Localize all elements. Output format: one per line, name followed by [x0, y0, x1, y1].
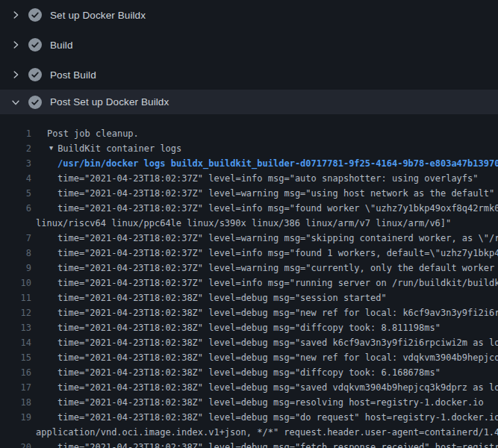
check-circle-icon: [28, 38, 42, 52]
line-number[interactable]: 14: [0, 335, 31, 350]
step-label: Post Build: [50, 69, 96, 81]
log-text: /usr/bin/docker logs buildx_buildkit_bui…: [57, 156, 498, 171]
log-line: 7 time="2021-04-23T18:02:37Z" level=warn…: [0, 231, 498, 246]
line-number[interactable]: 13: [0, 320, 31, 335]
log-text: time="2021-04-23T18:02:37Z" level=warnin…: [57, 231, 498, 246]
log-line: 3 /usr/bin/docker logs buildx_buildkit_b…: [0, 156, 498, 171]
log-line: 12 time="2021-04-23T18:02:38Z" level=deb…: [0, 305, 498, 320]
check-circle-icon: [28, 8, 42, 22]
step-header-set-up-docker-buildx[interactable]: Set up Docker Buildx: [0, 0, 498, 30]
line-number[interactable]: 5: [0, 186, 31, 201]
step-header-post-set-up-docker-buildx[interactable]: Post Set up Docker Buildx: [0, 90, 498, 114]
line-number[interactable]: 15: [0, 350, 31, 365]
step-label: Set up Docker Buildx: [50, 10, 146, 21]
log-line: 15 time="2021-04-23T18:02:38Z" level=deb…: [0, 350, 498, 365]
log-text: application/vnd.oci.image.index.v1+json,…: [36, 425, 498, 440]
log-group-toggle[interactable]: 2 ▼ BuildKit container logs: [0, 141, 498, 156]
step-label: Build: [50, 40, 73, 51]
log-text: time="2021-04-23T18:02:38Z" level=debug …: [57, 380, 498, 395]
log-line: 13 time="2021-04-23T18:02:38Z" level=deb…: [0, 320, 498, 335]
line-number[interactable]: 7: [0, 231, 31, 246]
log-text: time="2021-04-23T18:02:38Z" level=debug …: [57, 335, 498, 350]
chevron-right-icon: [10, 69, 21, 80]
check-circle-icon: [28, 68, 42, 81]
log-line: 4 time="2021-04-23T18:02:37Z" level=info…: [0, 171, 498, 186]
log-text: time="2021-04-23T18:02:38Z" level=debug …: [57, 395, 484, 410]
log-text: time="2021-04-23T18:02:37Z" level=info m…: [57, 171, 479, 186]
line-number[interactable]: 11: [0, 290, 31, 305]
log-text: BuildKit container logs: [57, 141, 181, 156]
log-text: time="2021-04-23T18:02:37Z" level=warnin…: [57, 186, 494, 201]
log-line: 18 time="2021-04-23T18:02:38Z" level=deb…: [0, 395, 498, 410]
line-number[interactable]: 19: [0, 410, 31, 425]
log-text: time="2021-04-23T18:02:38Z" level=debug …: [57, 320, 441, 335]
log-line: 6 time="2021-04-23T18:02:37Z" level=info…: [0, 201, 498, 216]
line-number[interactable]: 20: [0, 440, 31, 448]
log-line: 10 time="2021-04-23T18:02:37Z" level=inf…: [0, 276, 498, 290]
chevron-right-icon: [10, 10, 21, 20]
step-list: Set up Docker Buildx Build: [0, 0, 498, 114]
triangle-down-icon: ▼: [49, 141, 53, 155]
log-line: application/vnd.oci.image.index.v1+json,…: [0, 425, 498, 440]
log-line: 17 time="2021-04-23T18:02:38Z" level=deb…: [0, 380, 498, 395]
line-number[interactable]: 18: [0, 395, 31, 410]
log-line: 5 time="2021-04-23T18:02:37Z" level=warn…: [0, 186, 498, 201]
line-number[interactable]: 10: [0, 276, 31, 290]
log-line: 11 time="2021-04-23T18:02:38Z" level=deb…: [0, 290, 498, 305]
log-text: time="2021-04-23T18:02:38Z" level=debug …: [57, 305, 498, 320]
log-area: 1 Post job cleanup. 2 ▼ BuildKit contain…: [0, 114, 498, 448]
step-header-post-build[interactable]: Post Build: [0, 60, 498, 90]
log-text: time="2021-04-23T18:02:37Z" level=info m…: [57, 276, 498, 290]
line-number[interactable]: 12: [0, 305, 31, 320]
log-text: linux/riscv64 linux/ppc64le linux/s390x …: [36, 216, 451, 231]
log-line: 16 time="2021-04-23T18:02:38Z" level=deb…: [0, 365, 498, 380]
log-text: time="2021-04-23T18:02:38Z" level=debug …: [57, 365, 441, 380]
line-number[interactable]: 2: [0, 141, 31, 156]
line-number[interactable]: 9: [0, 261, 31, 276]
line-number[interactable]: 8: [0, 246, 31, 261]
log-text: time="2021-04-23T18:02:37Z" level=info m…: [57, 246, 498, 261]
log-line: 8 time="2021-04-23T18:02:37Z" level=info…: [0, 246, 498, 261]
log-line: 1 Post job cleanup.: [0, 126, 498, 141]
line-number[interactable]: 16: [0, 365, 31, 380]
log-line: 9 time="2021-04-23T18:02:37Z" level=warn…: [0, 261, 498, 276]
line-number[interactable]: 1: [0, 126, 31, 141]
log-text: time="2021-04-23T18:02:37Z" level=info m…: [57, 201, 498, 216]
chevron-down-icon: [10, 97, 21, 108]
log-line: 14 time="2021-04-23T18:02:38Z" level=deb…: [0, 335, 498, 350]
step-header-build[interactable]: Build: [0, 30, 498, 60]
line-number[interactable]: 3: [0, 156, 31, 171]
check-circle-icon: [28, 96, 42, 109]
actions-log-viewer: Set up Docker Buildx Build: [0, 0, 498, 448]
log-text: time="2021-04-23T18:02:38Z" level=debug …: [57, 440, 498, 448]
log-text: Post job cleanup.: [47, 126, 139, 141]
log-text: time="2021-04-23T18:02:37Z" level=warnin…: [57, 261, 498, 276]
log-line: linux/riscv64 linux/ppc64le linux/s390x …: [0, 216, 498, 231]
step-label: Post Set up Docker Buildx: [50, 96, 169, 108]
line-number[interactable]: 17: [0, 380, 31, 395]
line-number[interactable]: 4: [0, 171, 31, 186]
log-line: 19 time="2021-04-23T18:02:38Z" level=deb…: [0, 410, 498, 425]
log-text: time="2021-04-23T18:02:38Z" level=debug …: [57, 410, 498, 425]
log-line: 20 time="2021-04-23T18:02:38Z" level=deb…: [0, 440, 498, 448]
log-text: time="2021-04-23T18:02:38Z" level=debug …: [57, 350, 498, 365]
log-text: time="2021-04-23T18:02:38Z" level=debug …: [57, 290, 387, 305]
chevron-right-icon: [10, 40, 21, 50]
line-number[interactable]: 6: [0, 201, 31, 216]
